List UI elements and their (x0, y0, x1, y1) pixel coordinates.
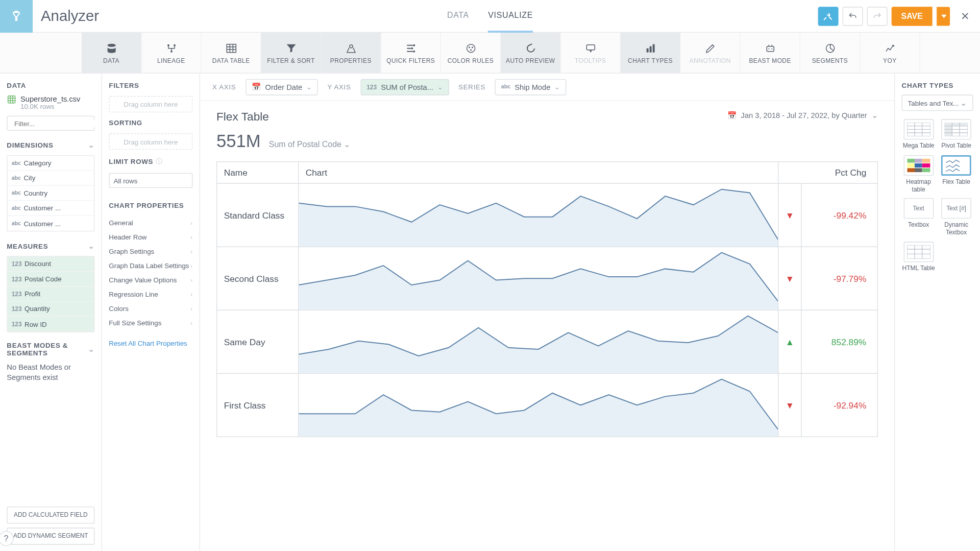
svg-rect-26 (907, 158, 915, 162)
tool-data[interactable]: DATA (82, 33, 141, 73)
chevron-down-icon[interactable]: ⌄ (88, 241, 94, 251)
app-logo (0, 0, 33, 32)
add-dynamic-segment-button[interactable]: ADD DYNAMIC SEGMENT (7, 528, 94, 545)
chart-category-select[interactable]: Tables and Tex...⌄ (902, 94, 973, 111)
chart-prop-item[interactable]: Header Row› (109, 230, 192, 245)
measure-pill[interactable]: 123Profit (8, 286, 94, 301)
date-range[interactable]: 📅 Jan 3, 2018 - Jul 27, 2022, by Quarter… (727, 110, 878, 120)
dimension-pill[interactable]: abcCountry (8, 186, 94, 201)
measures-list[interactable]: 123Discount123Postal Code123Profit123Qua… (7, 256, 94, 332)
chart-type-dynamic-textbox[interactable]: Text [#] Dynamic Textbox (940, 199, 973, 236)
tool-color-rules[interactable]: COLOR RULES (441, 33, 501, 73)
dataset-row[interactable]: Superstore_ts.csv 10.0K rows (7, 94, 94, 110)
tool-beast-mode[interactable]: BEAST MODE (741, 33, 800, 73)
sorting-dropzone[interactable]: Drag column here (109, 133, 192, 150)
dimensions-list[interactable]: abcCategoryabcCityabcCountryabcCustomer … (7, 155, 94, 231)
row-sparkline (299, 247, 778, 310)
beast-header: BEAST MODES & SEGMENTS (7, 342, 88, 356)
chevron-down-icon[interactable]: ⌄ (88, 345, 94, 354)
chevron-down-icon: ⌄ (871, 110, 878, 120)
save-button[interactable]: SAVE (892, 7, 933, 26)
dimension-pill[interactable]: abcCustomer ... (8, 216, 94, 231)
config-panel: FILTERS Drag column here SORTING Drag co… (102, 74, 200, 551)
chart-type-pivot-table[interactable]: Pivot Table (940, 119, 973, 150)
tool-yoy[interactable]: YOY (860, 33, 920, 73)
reset-chart-props-link[interactable]: Reset All Chart Properties (109, 337, 192, 347)
flex-table: Name Chart Pct Chg Standard Class ▼ -99.… (216, 161, 878, 437)
chart-prop-item[interactable]: Regression Line› (109, 288, 192, 302)
limit-rows-select[interactable]: All rows (109, 173, 192, 188)
y-axis-label: Y AXIS (327, 83, 351, 91)
row-sparkline (299, 373, 778, 437)
chart-prop-item[interactable]: Colors› (109, 302, 192, 316)
chart-prop-item[interactable]: Change Value Options› (109, 273, 192, 288)
tool-lineage[interactable]: LINEAGE (141, 33, 201, 73)
row-pct-chg: -99.42% (801, 183, 877, 247)
chart-type-textbox[interactable]: Text Textbox (902, 199, 936, 236)
svg-point-1 (173, 44, 175, 46)
y-axis-chip[interactable]: 123 SUM of Posta...⌄ (360, 79, 449, 95)
tool-annotation[interactable]: ANNOTATION (680, 33, 740, 73)
measure-pill[interactable]: 123Discount (8, 257, 94, 272)
row-pct-chg: 852.89% (801, 310, 877, 373)
redo-button[interactable] (867, 7, 888, 26)
tool-auto-preview[interactable]: AUTO PREVIEW (501, 33, 560, 73)
dataset-name: Superstore_ts.csv (20, 94, 80, 103)
trend-arrow-icon: ▼ (778, 247, 801, 310)
app-title: Analyzer (41, 7, 99, 25)
tool-chart-types[interactable]: CHART TYPES (621, 33, 680, 73)
undo-button[interactable] (843, 7, 863, 26)
chart-props-list: General›Header Row›Graph Settings›Graph … (109, 216, 192, 330)
close-button[interactable]: ✕ (957, 10, 973, 22)
dimension-pill[interactable]: abcCategory (8, 156, 94, 171)
dimension-pill[interactable]: abcCustomer ... (8, 201, 94, 215)
filter-input-box[interactable] (7, 116, 94, 131)
add-calculated-field-button[interactable]: ADD CALCULATED FIELD (7, 507, 94, 524)
chart-types-header: CHART TYPES (902, 82, 973, 89)
top-tabs: DATA VISUALIZE (447, 0, 533, 32)
tab-data[interactable]: DATA (447, 0, 469, 32)
tool-quick-filters[interactable]: QUICK FILTERS (381, 33, 441, 73)
series-chip[interactable]: abc Ship Mode⌄ (495, 79, 566, 95)
tool-tooltips[interactable]: TOOLTIPS (561, 33, 621, 73)
chart-prop-item[interactable]: General› (109, 216, 192, 230)
measure-pill[interactable]: 123Quantity (8, 302, 94, 317)
tool-filter-sort[interactable]: FILTER & SORT (261, 33, 321, 73)
chart-prop-item[interactable]: Graph Data Label Settings› (109, 259, 192, 273)
topbar: Analyzer DATA VISUALIZE SAVE ✕ (0, 0, 980, 33)
chart-props-header: CHART PROPERTIES (109, 202, 192, 209)
tool-properties[interactable]: PROPERTIES (321, 33, 381, 73)
chart-prop-item[interactable]: Full Size Settings› (109, 316, 192, 330)
chevron-down-icon[interactable]: ⌄ (88, 140, 94, 150)
row-pct-chg: -97.79% (801, 247, 877, 310)
svg-rect-3 (227, 44, 236, 52)
svg-rect-34 (922, 168, 930, 172)
measures-header: MEASURES (7, 242, 48, 250)
svg-rect-13 (646, 48, 648, 52)
chart-prop-item[interactable]: Graph Settings› (109, 245, 192, 259)
filters-dropzone[interactable]: Drag column here (109, 96, 192, 112)
filter-input[interactable] (14, 119, 101, 127)
dimensions-header: DIMENSIONS (7, 141, 53, 149)
axis-row: X AXIS 📅 Order Date⌄ Y AXIS 123 SUM of P… (200, 74, 894, 101)
chart-type-mega-table[interactable]: Mega Table (902, 119, 936, 150)
svg-rect-27 (915, 158, 922, 162)
x-axis-label: X AXIS (212, 83, 236, 91)
measure-pill[interactable]: 123Postal Code (8, 272, 94, 286)
col-name: Name (217, 162, 299, 184)
tool-data-table[interactable]: DATA TABLE (202, 33, 261, 73)
chart-type-heatmap-table[interactable]: Heatmap table (902, 155, 936, 193)
summary-label[interactable]: Sum of Postal Code ⌄ (269, 139, 351, 149)
tab-visualize[interactable]: VISUALIZE (488, 0, 533, 32)
tools-icon[interactable] (818, 7, 839, 26)
chart-types-grid: Mega Table Pivot Table Heatmap table Fle… (902, 119, 973, 272)
chart-type-html-table[interactable]: HTML Table (902, 242, 936, 272)
x-axis-chip[interactable]: 📅 Order Date⌄ (246, 79, 318, 95)
save-dropdown[interactable] (937, 7, 950, 26)
measure-pill[interactable]: 123Row ID (8, 317, 94, 331)
chart-type-flex-table[interactable]: Flex Table (940, 155, 973, 193)
dimension-pill[interactable]: abcCity (8, 171, 94, 186)
tool-segments[interactable]: SEGMENTS (800, 33, 860, 73)
numeric-icon: 123 (366, 83, 377, 90)
row-sparkline (299, 310, 778, 373)
